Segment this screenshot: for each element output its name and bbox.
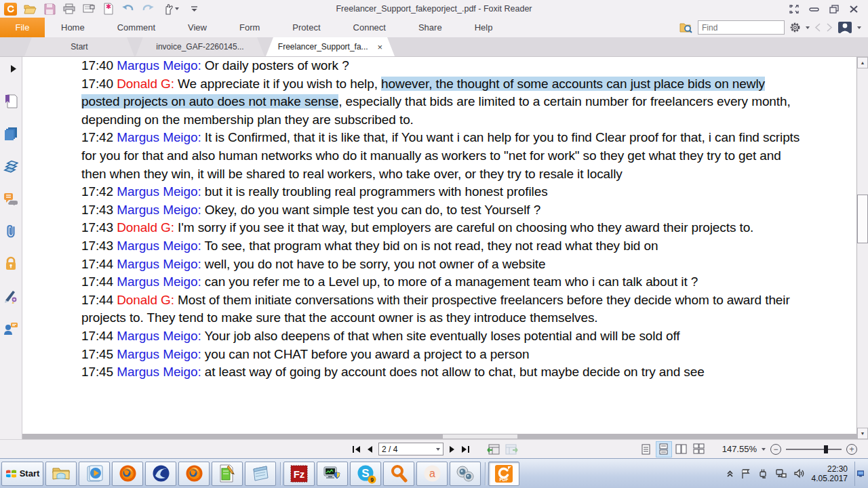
- open-file-icon[interactable]: [23, 2, 37, 16]
- avatar-caret-icon[interactable]: [857, 26, 861, 29]
- taskbar-media-player-button[interactable]: [79, 462, 110, 486]
- start-button[interactable]: Start: [1, 462, 43, 486]
- save-icon[interactable]: [43, 2, 56, 16]
- zoom-out-icon[interactable]: −: [770, 444, 781, 455]
- expand-panel-arrow-icon[interactable]: [5, 61, 20, 76]
- tab-home[interactable]: Home: [45, 22, 101, 33]
- next-page-icon[interactable]: [449, 445, 456, 453]
- chat-message: 17:42 Margus Meigo: It is Confirmed, tha…: [81, 129, 802, 183]
- gear-caret-icon[interactable]: [806, 26, 810, 29]
- hidden-icons-chevron-icon[interactable]: [726, 470, 734, 478]
- customize-toolbar-icon[interactable]: [187, 2, 201, 16]
- prev-page-icon[interactable]: [366, 445, 373, 453]
- horizontal-scrollbar-thumb[interactable]: [443, 434, 517, 439]
- doc-tab-invoice-gaf-2260145-[interactable]: invoice_GAF-2260145...: [136, 37, 264, 56]
- firefox-2-icon: [184, 464, 203, 483]
- network-icon[interactable]: [775, 468, 787, 479]
- security-icon[interactable]: [3, 256, 18, 271]
- doc-tab-start[interactable]: Start: [24, 37, 134, 56]
- attachments-icon[interactable]: [3, 224, 18, 239]
- volume-icon[interactable]: [793, 468, 805, 479]
- taskbar-amigo-button[interactable]: a: [416, 462, 448, 486]
- taskbar-notepad-button[interactable]: [245, 462, 276, 486]
- action-center-flag-icon[interactable]: [741, 468, 751, 479]
- document-page[interactable]: 17:40 Margus Meigo: Or daily posters of …: [22, 57, 856, 439]
- tab-protect[interactable]: Protect: [276, 22, 336, 33]
- email-doc-icon[interactable]: [82, 2, 96, 16]
- foxit-logo-icon[interactable]: [3, 2, 17, 16]
- continuous-facing-icon[interactable]: [692, 442, 707, 457]
- chat-message: 17:44 Donald G: Most of them initiate co…: [81, 291, 802, 327]
- tray-clock[interactable]: 22:30 4.05.2017: [812, 464, 848, 483]
- tab-connect[interactable]: Connect: [337, 22, 402, 33]
- show-desktop-button[interactable]: [854, 462, 864, 486]
- user-avatar-icon[interactable]: [837, 21, 852, 34]
- page-field-caret-icon[interactable]: [436, 448, 440, 451]
- find-folder-icon[interactable]: [679, 22, 693, 33]
- media-player-icon: [85, 464, 104, 483]
- tab-form[interactable]: Form: [223, 22, 276, 33]
- doc-tab-active[interactable]: Freelancer_Support_fa...×: [266, 37, 395, 56]
- scroll-down-icon[interactable]: ▼: [857, 428, 868, 439]
- taskbar-webcam-tool-button[interactable]: [450, 462, 481, 486]
- taskbar-filezilla-button[interactable]: Fz: [283, 462, 315, 486]
- tab-file[interactable]: File: [0, 18, 45, 37]
- doc-tab-label: invoice_GAF-2260145...: [156, 42, 243, 52]
- zoom-percentage[interactable]: 147.55%: [722, 444, 757, 454]
- page-number-field[interactable]: 2 / 4: [378, 443, 443, 455]
- message-sender: Margus Meigo:: [117, 329, 204, 343]
- message-time: 17:45: [81, 365, 117, 379]
- zoom-slider[interactable]: [786, 444, 842, 455]
- taskbar-orange-search-button[interactable]: [383, 462, 414, 486]
- close-icon[interactable]: [849, 5, 859, 14]
- message-sender: Margus Meigo:: [117, 257, 205, 271]
- restore-icon[interactable]: [829, 5, 840, 14]
- new-document-star-icon[interactable]: [102, 2, 115, 16]
- previous-view-icon[interactable]: [487, 443, 500, 455]
- bookmarks-icon[interactable]: [3, 94, 18, 108]
- first-page-icon[interactable]: [353, 445, 361, 453]
- hand-tool-icon[interactable]: [161, 2, 181, 16]
- message-sender: Margus Meigo:: [117, 347, 205, 361]
- page-number-value: 2 / 4: [382, 445, 397, 454]
- taskbar-task-manager-button[interactable]: [317, 462, 348, 486]
- vertical-scrollbar-thumb[interactable]: [857, 195, 868, 243]
- page-thumbnails-icon[interactable]: [3, 126, 18, 141]
- horizontal-scrollbar[interactable]: [22, 434, 856, 439]
- tab-comment[interactable]: Comment: [101, 22, 172, 33]
- share-review-icon[interactable]: [3, 321, 18, 336]
- taskbar-notepad-plus-plus-button[interactable]: [212, 462, 243, 486]
- taskbar-firefox-button[interactable]: [112, 462, 143, 486]
- taskbar-skype-button[interactable]: S 9: [350, 462, 381, 486]
- taskbar: Start Fz: [0, 458, 868, 488]
- facing-page-icon[interactable]: [674, 442, 689, 457]
- minimize-icon[interactable]: [809, 5, 820, 14]
- taskbar-seamonkey-button[interactable]: [145, 462, 176, 486]
- layers-icon[interactable]: [3, 159, 18, 174]
- digital-signature-icon[interactable]: [3, 289, 18, 304]
- single-page-icon[interactable]: [639, 442, 654, 457]
- zoom-in-icon[interactable]: +: [846, 444, 857, 455]
- taskbar-windows-explorer-button[interactable]: [45, 462, 77, 486]
- skype-icon: S 9: [356, 464, 375, 483]
- redo-icon[interactable]: [141, 2, 155, 16]
- zoom-caret-icon[interactable]: [762, 448, 766, 451]
- zoom-slider-handle[interactable]: [824, 445, 828, 453]
- print-icon[interactable]: [62, 2, 76, 16]
- chat-message: 17:44 Margus Meigo: well, you do not hav…: [81, 256, 802, 274]
- tab-view[interactable]: View: [172, 22, 223, 33]
- power-plug-icon[interactable]: [757, 468, 768, 479]
- comments-icon[interactable]: [3, 191, 18, 206]
- fullscreen-icon[interactable]: [789, 5, 800, 14]
- scroll-up-icon[interactable]: ▲: [857, 57, 868, 68]
- taskbar-foxit-reader-button[interactable]: PDF: [488, 462, 519, 486]
- last-page-icon[interactable]: [461, 445, 469, 453]
- vertical-scrollbar[interactable]: ▲ ▼: [856, 57, 868, 439]
- taskbar-firefox-2-button[interactable]: [178, 462, 210, 486]
- continuous-page-icon[interactable]: [656, 442, 671, 457]
- gear-icon[interactable]: [789, 22, 801, 33]
- tab-help[interactable]: Help: [458, 22, 509, 33]
- tab-close-icon[interactable]: ×: [378, 42, 383, 52]
- undo-icon[interactable]: [121, 2, 135, 16]
- tab-share[interactable]: Share: [402, 22, 458, 33]
